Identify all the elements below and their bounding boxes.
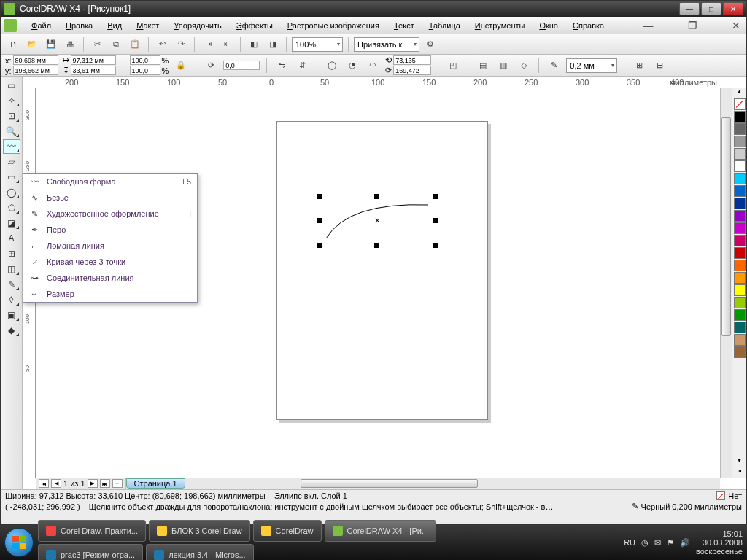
flyout-item-3[interactable]: ✒Перо: [23, 222, 197, 238]
mirror-v-button[interactable]: ⇵: [294, 58, 310, 74]
menu-file[interactable]: Файл: [24, 19, 58, 32]
handle-bc[interactable]: [374, 243, 379, 248]
swatch-12[interactable]: [734, 260, 746, 271]
menu-text[interactable]: Текст: [387, 19, 422, 32]
new-button[interactable]: 🗋: [5, 36, 21, 52]
page-first[interactable]: ⏮: [39, 479, 49, 488]
arc-start-input[interactable]: 73,135: [393, 55, 431, 65]
vertical-scrollbar[interactable]: [720, 88, 732, 478]
eyedropper-tool[interactable]: ✎: [3, 277, 20, 292]
y-input[interactable]: 198,662 мм: [13, 66, 58, 75]
smart-fill-tool[interactable]: ▱: [3, 155, 20, 169]
zoom-combo[interactable]: 100%: [292, 37, 343, 52]
task-4[interactable]: CorelDRAW X4 - [Ри...: [325, 520, 436, 542]
handle-br[interactable]: [433, 243, 438, 248]
to-back-button[interactable]: ▥: [495, 58, 511, 74]
interactive-tool[interactable]: ◫: [3, 262, 20, 276]
snap-combo[interactable]: Привязать к: [354, 37, 419, 52]
tray-volume-icon[interactable]: 🔊: [680, 538, 690, 548]
handle-tl[interactable]: [317, 194, 322, 199]
page-prev[interactable]: ◀: [51, 479, 61, 488]
page-tab[interactable]: Страница 1: [126, 478, 185, 489]
w-input[interactable]: 97,312 мм: [71, 55, 116, 65]
import-button[interactable]: ⇥: [200, 36, 216, 52]
page-add[interactable]: ＋: [112, 479, 123, 488]
swatch-11[interactable]: [734, 247, 746, 259]
minimize-button[interactable]: —: [679, 2, 700, 15]
mdi-restore[interactable]: ❐: [685, 20, 700, 31]
flyout-item-2[interactable]: ✎Художественное оформлениеI: [23, 206, 197, 222]
menu-arrange[interactable]: Упорядочить: [166, 19, 228, 32]
palette-up[interactable]: ▲: [732, 88, 746, 98]
menu-effects[interactable]: Эффекты: [229, 19, 280, 32]
flyout-item-7[interactable]: ↔Размер: [23, 286, 197, 302]
tray-icon3[interactable]: ⚑: [667, 538, 674, 548]
swatch-14[interactable]: [734, 284, 746, 296]
interactive-fill-tool[interactable]: ◆: [3, 323, 20, 338]
menu-window[interactable]: Окно: [532, 19, 565, 32]
extra1-button[interactable]: ⊞: [631, 58, 647, 74]
flyout-item-0[interactable]: 〰Свободная формаF5: [23, 174, 197, 190]
menu-layout[interactable]: Макет: [129, 19, 166, 32]
extra2-button[interactable]: ⊟: [651, 58, 667, 74]
task-5[interactable]: prac3 [Режим огра...: [38, 544, 143, 561]
swatch-17[interactable]: [734, 322, 746, 333]
scalex-input[interactable]: 100,0: [130, 55, 160, 65]
menu-help[interactable]: Справка: [565, 19, 611, 32]
rectangle-tool[interactable]: ▭: [3, 170, 20, 184]
save-button[interactable]: 💾: [43, 36, 59, 52]
pie-button[interactable]: ◔: [344, 58, 360, 74]
shape-tool[interactable]: ✧: [3, 93, 20, 108]
task-6[interactable]: лекция 3.4 - Micros...: [146, 544, 253, 561]
clock[interactable]: 15:01 30.03.2008 воскресенье: [696, 529, 743, 556]
menubar-app-icon[interactable]: [4, 19, 17, 32]
handle-tr[interactable]: [433, 194, 438, 199]
swatch-13[interactable]: [734, 272, 746, 284]
vscroll-thumb[interactable]: [721, 117, 731, 336]
export-button[interactable]: ⇤: [219, 36, 235, 52]
ruler-horizontal[interactable]: 200 150 100 50 0 50 100 150 200 250 300 …: [36, 77, 720, 88]
redo-button[interactable]: ↷: [173, 36, 189, 52]
flyout-item-1[interactable]: ∿Безье: [23, 190, 197, 206]
maximize-button[interactable]: □: [701, 2, 721, 15]
ellipse-tool[interactable]: ◯: [3, 185, 20, 200]
zoom-tool[interactable]: 🔍: [3, 124, 20, 139]
fill-tool[interactable]: ▣: [3, 308, 20, 322]
swatch-6[interactable]: [734, 185, 746, 197]
open-button[interactable]: 📂: [24, 36, 40, 52]
swatch-none[interactable]: [734, 98, 746, 110]
selection[interactable]: ✕: [319, 196, 436, 246]
swatch-9[interactable]: [734, 222, 746, 234]
menu-view[interactable]: Вид: [100, 19, 129, 32]
to-front-button[interactable]: ▤: [475, 58, 491, 74]
crop-tool[interactable]: ⊡: [3, 109, 20, 123]
tray-icon1[interactable]: ◷: [641, 538, 649, 548]
swatch-18[interactable]: [734, 334, 746, 346]
swatch-7[interactable]: [734, 198, 746, 209]
swatch-3[interactable]: [734, 148, 746, 160]
polygon-tool[interactable]: ⬠: [3, 201, 20, 215]
menu-tools[interactable]: Инструменты: [468, 19, 533, 32]
hscroll-thumb[interactable]: [301, 479, 478, 488]
palette-down[interactable]: ▼: [732, 457, 746, 467]
basic-shapes-tool[interactable]: ◪: [3, 216, 20, 230]
task-2[interactable]: БЛОК 3 Corel Draw: [149, 520, 250, 542]
handle-bl[interactable]: [317, 243, 322, 248]
flyout-item-5[interactable]: ⟋Кривая через 3 точки: [23, 254, 197, 270]
text-tool[interactable]: A: [3, 231, 20, 246]
swatch-4[interactable]: [734, 160, 746, 172]
scaley-input[interactable]: 100,0: [130, 66, 160, 75]
menu-bitmaps[interactable]: Растровые изображения: [280, 19, 387, 32]
cut-button[interactable]: ✂: [89, 36, 105, 52]
center-marker[interactable]: ✕: [374, 217, 380, 225]
paste-button[interactable]: 📋: [127, 36, 143, 52]
ellipse-button[interactable]: ◯: [324, 58, 340, 74]
swatch-16[interactable]: [734, 309, 746, 321]
start-button[interactable]: [4, 528, 34, 557]
arc-button[interactable]: ◠: [365, 58, 381, 74]
lang-indicator[interactable]: RU: [624, 538, 635, 547]
page-next[interactable]: ▶: [88, 479, 98, 488]
h-input[interactable]: 33,61 мм: [71, 66, 116, 75]
swatch-10[interactable]: [734, 235, 746, 246]
freehand-tool[interactable]: 〰: [3, 139, 20, 154]
